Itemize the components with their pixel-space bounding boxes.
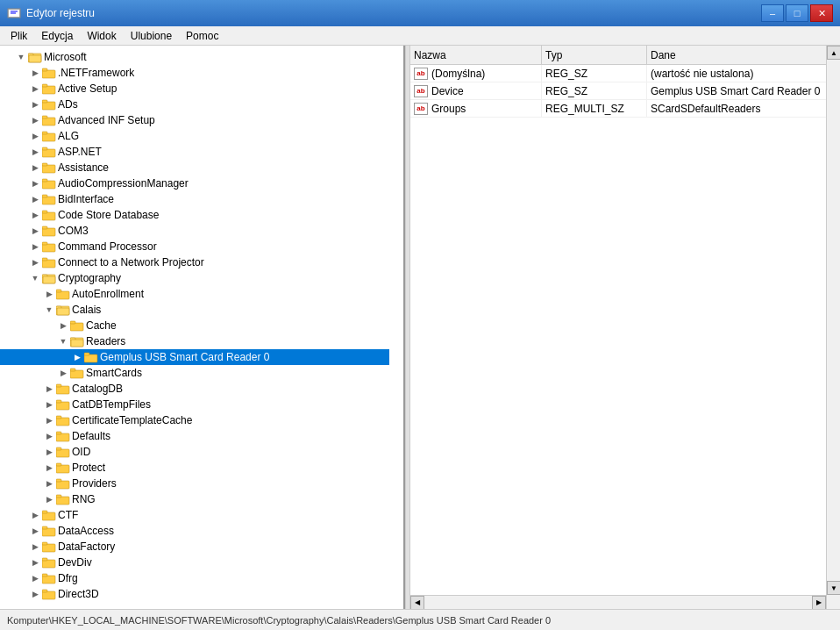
tree-toggle-aspnet[interactable]: ▶: [28, 145, 42, 159]
tree-toggle-audiocompression[interactable]: ▶: [28, 176, 42, 190]
tree-node-calais[interactable]: ▼ Calais: [0, 302, 389, 318]
tree-node-oid[interactable]: ▶ OID: [0, 444, 389, 460]
folder-icon-cryptography: [42, 272, 56, 284]
tree-toggle-cache[interactable]: ▶: [56, 319, 70, 333]
tree-toggle-catdbtempfiles[interactable]: ▶: [42, 397, 56, 412]
tree-toggle-oid[interactable]: ▶: [42, 445, 56, 459]
svg-rect-53: [56, 400, 61, 403]
tree-toggle-cryptography[interactable]: ▼: [28, 271, 42, 285]
tree-toggle-autoenrollment[interactable]: ▶: [42, 287, 56, 301]
tree-node-connectnetwork[interactable]: ▶ Connect to a Network Projector: [0, 254, 389, 270]
menu-edit[interactable]: Edycja: [34, 26, 80, 45]
table-row[interactable]: ab(Domyślna)REG_SZ(wartość nie ustalona): [410, 65, 826, 82]
tree-node-assistance[interactable]: ▶ Assistance: [0, 160, 389, 175]
tree-toggle-catalogdb[interactable]: ▶: [42, 382, 56, 396]
tree-node-rng[interactable]: ▶ RNG: [0, 491, 389, 507]
tree-node-catalogdb[interactable]: ▶ CatalogDB: [0, 381, 389, 397]
tree-toggle-netframework[interactable]: ▶: [28, 66, 42, 80]
tree-node-autoenrollment[interactable]: ▶ AutoEnrollment: [0, 286, 389, 302]
tree-panel[interactable]: ▼ Microsoft▶ .NETFramework▶ Active Setup…: [0, 46, 405, 609]
tree-node-direct3d[interactable]: ▶ Direct3D: [0, 586, 389, 602]
tree-node-gemplus[interactable]: ▶ Gemplus USB Smart Card Reader 0: [0, 349, 389, 365]
tree-node-ads[interactable]: ▶ ADs: [0, 97, 389, 112]
tree-node-defaults[interactable]: ▶ Defaults: [0, 428, 389, 444]
svg-rect-48: [70, 370, 83, 378]
tree-toggle-certtemplatecache[interactable]: ▶: [42, 413, 56, 427]
svg-rect-47: [84, 353, 89, 355]
folder-icon-microsoft: [28, 51, 42, 63]
tree-node-codestore[interactable]: ▶ Code Store Database: [0, 207, 389, 223]
right-hscroll[interactable]: ◀ ▶: [410, 595, 826, 609]
tree-node-ctf[interactable]: ▶ CTF: [0, 507, 389, 523]
vscroll-down-button[interactable]: ▼: [827, 581, 840, 595]
tree-toggle-ads[interactable]: ▶: [28, 97, 42, 111]
tree-toggle-ctf[interactable]: ▶: [28, 508, 42, 522]
menu-favorites[interactable]: Ulubione: [124, 26, 179, 45]
tree-toggle-dfrg[interactable]: ▶: [28, 571, 42, 585]
tree-toggle-codestore[interactable]: ▶: [28, 208, 42, 222]
svg-rect-49: [70, 369, 75, 371]
tree-toggle-readers[interactable]: ▼: [56, 334, 70, 348]
tree-toggle-smartcards[interactable]: ▶: [56, 366, 70, 380]
tree-toggle-datafactory[interactable]: ▶: [28, 540, 42, 554]
tree-node-devdiv[interactable]: ▶ DevDiv: [0, 555, 389, 570]
tree-toggle-bidinterface[interactable]: ▶: [28, 192, 42, 206]
tree-toggle-rng[interactable]: ▶: [42, 492, 56, 506]
tree-node-protect[interactable]: ▶ Protect: [0, 460, 389, 476]
tree-toggle-direct3d[interactable]: ▶: [28, 587, 42, 601]
tree-node-providers[interactable]: ▶ Providers: [0, 476, 389, 491]
svg-rect-68: [42, 528, 55, 536]
tree-toggle-gemplus[interactable]: ▶: [70, 350, 84, 364]
right-vscroll[interactable]: ▲ ▼: [826, 46, 840, 595]
tree-node-alg[interactable]: ▶ ALG: [0, 128, 389, 144]
tree-node-cache[interactable]: ▶ Cache: [0, 318, 389, 333]
hscroll-track[interactable]: [424, 596, 812, 610]
vscroll-up-button[interactable]: ▲: [827, 46, 840, 60]
tree-node-audiocompression[interactable]: ▶ AudioCompressionManager: [0, 175, 389, 191]
folder-icon-ctf: [42, 509, 56, 521]
table-row[interactable]: abGroupsREG_MULTI_SZSCardSDefaultReaders: [410, 100, 826, 118]
tree-node-datafactory[interactable]: ▶ DataFactory: [0, 539, 389, 555]
tree-node-dfrg[interactable]: ▶ Dfrg: [0, 570, 389, 586]
tree-toggle-alg[interactable]: ▶: [28, 129, 42, 143]
tree-node-netframework[interactable]: ▶ .NETFramework: [0, 65, 389, 81]
tree-node-microsoft[interactable]: ▼ Microsoft: [0, 49, 389, 65]
hscroll-left-button[interactable]: ◀: [410, 596, 424, 610]
tree-label-audiocompression: AudioCompressionManager: [58, 177, 189, 190]
tree-node-bidinterface[interactable]: ▶ BidInterface: [0, 191, 389, 207]
tree-node-advancedinf[interactable]: ▶ Advanced INF Setup: [0, 112, 389, 128]
tree-node-readers[interactable]: ▼ Readers: [0, 333, 389, 349]
tree-toggle-commandprocessor[interactable]: ▶: [28, 240, 42, 254]
tree-toggle-defaults[interactable]: ▶: [42, 429, 56, 443]
tree-toggle-activesetup[interactable]: ▶: [28, 82, 42, 96]
tree-toggle-com3[interactable]: ▶: [28, 224, 42, 238]
table-row[interactable]: abDeviceREG_SZGemplus USB Smart Card Rea…: [410, 82, 826, 100]
tree-toggle-assistance[interactable]: ▶: [28, 161, 42, 175]
tree-node-activesetup[interactable]: ▶ Active Setup: [0, 81, 389, 97]
tree-node-certtemplatecache[interactable]: ▶ CertificateTemplateCache: [0, 412, 389, 428]
tree-node-com3[interactable]: ▶ COM3: [0, 223, 389, 239]
menu-file[interactable]: Plik: [4, 26, 34, 45]
maximize-button[interactable]: □: [786, 4, 808, 22]
tree-node-commandprocessor[interactable]: ▶ Command Processor: [0, 239, 389, 254]
tree-toggle-microsoft[interactable]: ▼: [14, 50, 28, 64]
menu-help[interactable]: Pomoc: [179, 26, 225, 45]
tree-toggle-calais[interactable]: ▼: [42, 303, 56, 317]
vscroll-track[interactable]: [827, 60, 840, 581]
close-button[interactable]: ✕: [810, 4, 833, 22]
tree-node-smartcards[interactable]: ▶ SmartCards: [0, 365, 389, 381]
minimize-button[interactable]: –: [761, 4, 784, 22]
tree-node-cryptography[interactable]: ▼ Cryptography: [0, 270, 389, 286]
menu-view[interactable]: Widok: [80, 26, 123, 45]
hscroll-right-button[interactable]: ▶: [812, 596, 826, 610]
tree-toggle-connectnetwork[interactable]: ▶: [28, 255, 42, 269]
tree-toggle-dataaccess[interactable]: ▶: [28, 524, 42, 538]
tree-node-catdbtempfiles[interactable]: ▶ CatDBTempFiles: [0, 397, 389, 412]
tree-toggle-advancedinf[interactable]: ▶: [28, 113, 42, 127]
tree-toggle-devdiv[interactable]: ▶: [28, 555, 42, 569]
folder-icon-dataaccess: [42, 525, 56, 537]
tree-node-dataaccess[interactable]: ▶ DataAccess: [0, 523, 389, 539]
tree-toggle-protect[interactable]: ▶: [42, 461, 56, 475]
tree-node-aspnet[interactable]: ▶ ASP.NET: [0, 144, 389, 160]
tree-toggle-providers[interactable]: ▶: [42, 476, 56, 490]
